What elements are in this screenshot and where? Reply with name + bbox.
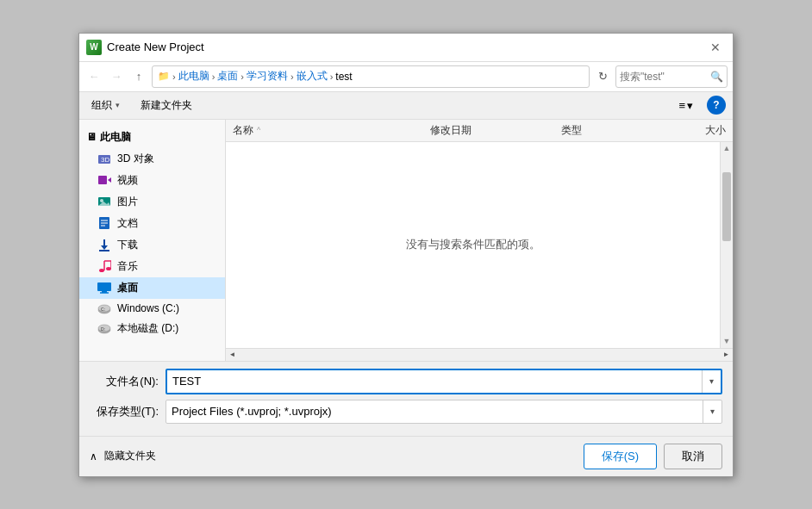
close-button[interactable]: ✕ [705,39,726,56]
sidebar-item-video[interactable]: 视频 [79,170,225,191]
sort-indicator: ^ [257,126,260,134]
search-input[interactable] [620,71,710,83]
organize-arrow: ▾ [116,101,120,109]
doc-icon [97,217,112,229]
sidebar-item-winc[interactable]: C: Windows (C:) [79,299,225,318]
organize-label: 组织 [91,98,112,113]
organize-button[interactable]: 组织 ▾ [86,96,125,115]
sidebar-doc-label: 文档 [117,216,138,231]
svg-marker-3 [108,177,111,183]
filename-input[interactable] [167,371,702,391]
toolbar: 组织 ▾ 新建文件夹 ≡ ▾ ? [79,92,733,120]
forward-button[interactable]: → [107,67,126,86]
sidebar-item-music[interactable]: 音乐 [79,256,225,277]
svg-rect-19 [97,282,111,291]
winc-icon: C: [97,302,112,314]
breadcrumb-current: test [335,71,352,83]
view-arrow: ▾ [687,99,693,112]
h-scroll-right-btn[interactable]: ► [720,348,733,361]
col-header-name[interactable]: 名称 ^ [233,123,430,138]
file-list-header: 名称 ^ 修改日期 类型 大小 [226,120,733,142]
sidebar-video-label: 视频 [117,173,138,188]
h-scroll-track[interactable] [239,349,720,361]
help-button[interactable]: ? [707,96,726,115]
svg-rect-2 [98,176,107,184]
scroll-down-btn[interactable]: ▼ [721,335,733,348]
col-header-date[interactable]: 修改日期 [430,123,562,138]
dialog-title: Create New Project [107,40,700,53]
sidebar-desktop-label: 桌面 [117,281,138,295]
folder-icon-small: 📁 [158,71,170,82]
cancel-button[interactable]: 取消 [664,444,722,469]
sidebar-image-label: 图片 [117,195,138,209]
horizontal-scrollbar[interactable]: ◄ ► [226,348,733,361]
computer-icon: 🖥 [86,131,97,143]
view-button[interactable]: ≡ ▾ [675,96,696,115]
back-button[interactable]: ← [84,67,103,86]
sidebar-winc-label: Windows (C:) [117,302,179,314]
svg-text:C:: C: [101,307,105,312]
filename-dropdown-btn[interactable]: ▾ [702,370,721,393]
breadcrumb-study[interactable]: 学习资料 [247,69,288,84]
3d-icon: 3D [97,152,112,164]
breadcrumb[interactable]: 📁 › 此电脑 › 桌面 › 学习资料 › 嵌入式 › test [152,65,590,88]
scroll-up-btn[interactable]: ▲ [721,142,733,155]
content-area: 🖥 此电脑 3D 3D 对象 视频 图片 [79,120,733,361]
vertical-scrollbar[interactable]: ▲ ▼ [720,142,733,348]
filetype-row: 保存类型(T): Project Files (*.uvproj; *.uvpr… [90,400,722,424]
search-box[interactable]: 🔍 [615,65,728,88]
hide-folder-arrow: ∧ [90,450,97,462]
new-folder-button[interactable]: 新建文件夹 [135,96,197,115]
save-button[interactable]: 保存(S) [584,444,657,469]
breadcrumb-desktop[interactable]: 桌面 [217,69,238,84]
form-area: 文件名(N): ▾ 保存类型(T): Project Files (*.uvpr… [79,361,733,436]
filetype-dropdown-btn[interactable]: ▾ [703,400,721,423]
svg-point-14 [99,269,104,272]
filetype-select-text: Project Files (*.uvproj; *.uvprojx) [166,401,703,421]
filetype-label: 保存类型(T): [90,404,159,419]
empty-message: 没有与搜索条件匹配的项。 [406,237,540,252]
hide-folder-button[interactable]: ∧ 隐藏文件夹 [90,449,156,463]
breadcrumb-embedded[interactable]: 嵌入式 [297,69,328,84]
music-icon [97,260,112,272]
svg-point-15 [106,267,111,270]
breadcrumb-thispc[interactable]: 此电脑 [178,69,209,84]
svg-text:3D: 3D [101,156,109,164]
sidebar-3d-label: 3D 对象 [117,152,154,166]
sidebar-item-doc[interactable]: 文档 [79,213,225,234]
breadcrumb-sep-0: › [172,71,176,82]
h-scroll-left-btn[interactable]: ◄ [226,348,239,361]
address-bar: ← → ↑ 📁 › 此电脑 › 桌面 › 学习资料 › 嵌入式 › test ↻… [79,62,733,92]
refresh-button[interactable]: ↻ [593,67,612,86]
download-icon [97,239,112,251]
file-list-area: 名称 ^ 修改日期 类型 大小 没有与搜索条件匹配的项。 [226,120,733,361]
up-button[interactable]: ↑ [129,67,148,86]
col-header-type[interactable]: 类型 [561,123,659,138]
col-header-size[interactable]: 大小 [660,123,726,138]
filetype-select-wrapper[interactable]: Project Files (*.uvproj; *.uvprojx) ▾ [166,400,722,424]
app-icon: W [86,40,102,55]
sidebar-item-download[interactable]: 下载 [79,234,225,256]
video-icon [97,174,112,186]
sidebar-disk-label: 本地磁盘 (D:) [117,321,178,336]
file-list-body: 没有与搜索条件匹配的项。 [226,142,720,348]
desktop-icon [97,282,112,294]
filename-row: 文件名(N): ▾ [90,369,722,394]
new-folder-label: 新建文件夹 [141,98,192,113]
search-icon: 🔍 [710,71,723,83]
filename-input-wrapper[interactable]: ▾ [166,369,722,394]
svg-point-5 [100,199,103,202]
sidebar-this-pc[interactable]: 🖥 此电脑 [79,127,225,148]
title-bar: W Create New Project ✕ [79,34,733,62]
scrollbar-thumb[interactable] [722,172,731,241]
file-list-scroll-area: 没有与搜索条件匹配的项。 ▲ ▼ [226,142,733,348]
sidebar-item-desktop[interactable]: 桌面 [79,277,225,299]
sidebar-item-3d[interactable]: 3D 3D 对象 [79,148,225,170]
hide-folder-label: 隐藏文件夹 [104,449,156,463]
sidebar-music-label: 音乐 [117,259,138,274]
view-icon: ≡ [678,99,685,112]
sidebar-item-disk[interactable]: D: 本地磁盘 (D:) [79,318,225,339]
sidebar: 🖥 此电脑 3D 3D 对象 视频 图片 [79,120,226,361]
sidebar-item-image[interactable]: 图片 [79,191,225,213]
footer-area: ∧ 隐藏文件夹 保存(S) 取消 [79,436,733,476]
